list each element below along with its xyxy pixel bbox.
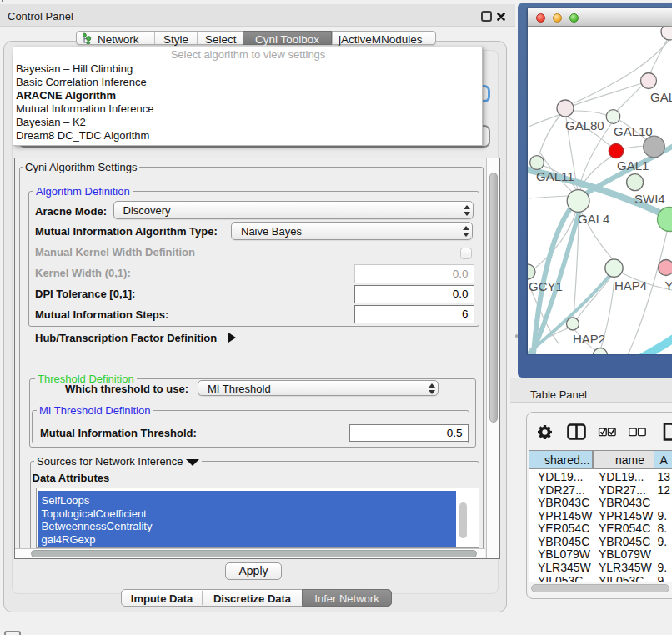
svg-text:GAL2: GAL2 <box>650 90 672 104</box>
svg-text:YJ: YJ <box>665 278 672 292</box>
svg-text:GAL1: GAL1 <box>617 158 649 172</box>
svg-text:HAP4: HAP4 <box>614 278 647 292</box>
svg-text:GAL11: GAL11 <box>536 169 574 183</box>
svg-text:GAL80: GAL80 <box>565 118 604 132</box>
svg-text:GAL10: GAL10 <box>614 124 653 138</box>
svg-text:GAL4: GAL4 <box>578 212 609 226</box>
svg-text:GCY1: GCY1 <box>529 279 563 293</box>
svg-text:HAP2: HAP2 <box>573 332 605 346</box>
svg-text:SWI4: SWI4 <box>634 192 665 206</box>
